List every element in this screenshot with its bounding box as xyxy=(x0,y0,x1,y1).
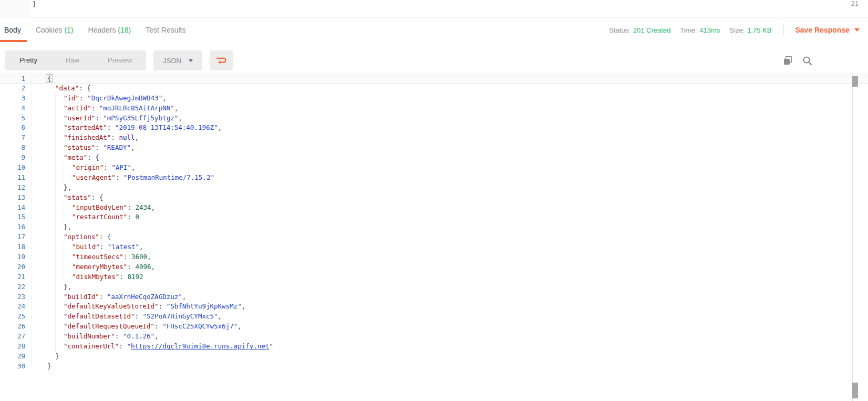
line-number: 20 xyxy=(0,262,25,272)
line-content: "data": { xyxy=(32,84,91,94)
indent-guide xyxy=(55,193,64,203)
wrap-text-button[interactable] xyxy=(210,50,233,70)
chevron-down-icon xyxy=(854,28,860,32)
code-line: 4"actId": "moJRLRc85AitArpNN", xyxy=(0,104,868,114)
indent-guide xyxy=(55,94,64,104)
indent-guide xyxy=(55,322,64,332)
page-scrollbar-thumb[interactable] xyxy=(852,383,858,398)
indent-guide xyxy=(55,232,64,242)
tab-cookies[interactable]: Cookies (1) xyxy=(36,26,74,34)
tab-body[interactable]: Body xyxy=(4,26,21,34)
indent-guide xyxy=(55,123,64,133)
token-str: "latest" xyxy=(108,243,139,251)
language-dropdown[interactable]: JSON xyxy=(153,50,202,70)
tab-test-results[interactable]: Test Results xyxy=(146,26,185,34)
line-content: "timeoutSecs": 3600, xyxy=(32,252,151,262)
code-line: 27"buildNumber": "0.1.26", xyxy=(0,332,868,342)
indent-guide xyxy=(47,252,55,262)
request-body-editor[interactable]: 21 } xyxy=(0,0,868,17)
code-line: 8"status": "READY", xyxy=(0,143,868,153)
indent-guide xyxy=(64,262,72,272)
line-content: "defaultDatasetId": "S2PoA7HinGyCYMxc5", xyxy=(32,312,222,322)
token-punc: : { xyxy=(87,153,99,161)
token-punc: : xyxy=(91,104,99,112)
save-response-button[interactable]: Save Response xyxy=(795,26,860,34)
line-content: "diskMbytes": 8192 xyxy=(32,272,143,282)
token-str: "PostmanRuntime/7.15.2" xyxy=(123,173,214,181)
search-icon xyxy=(802,56,812,66)
token-punc: , xyxy=(139,243,143,251)
line-number: 5 xyxy=(0,114,25,124)
line-number: 4 xyxy=(0,104,25,114)
token-punc: , xyxy=(154,332,159,340)
response-url-link[interactable]: https://dqclr9uimi8e.runs.apify.net xyxy=(131,342,269,350)
line-content: }, xyxy=(32,282,71,292)
indent-guide xyxy=(64,163,72,173)
line-content: "buildId": "aaXrnHeCqoZAGDzuz", xyxy=(32,292,186,302)
active-tab-underline xyxy=(0,40,27,42)
token-key: "diskMbytes" xyxy=(72,273,119,281)
indent-guide xyxy=(64,173,72,183)
status-label: Status: xyxy=(609,26,630,34)
line-content: "build": "latest", xyxy=(32,242,143,252)
token-punc: , xyxy=(151,203,156,211)
response-body-viewer[interactable]: 1{2"data": {3"id": "DqcrDkAwegJmBWB43",4… xyxy=(0,74,868,401)
view-pretty-button[interactable]: Pretty xyxy=(5,50,51,70)
response-toolbar: Pretty Raw Preview JSON xyxy=(0,50,868,70)
indent-guide xyxy=(55,163,64,173)
token-punc: : xyxy=(159,302,167,310)
token-punc: , xyxy=(151,263,156,271)
token-punc: : xyxy=(116,173,123,181)
line-content: "restartCount": 0 xyxy=(32,212,139,222)
request-editor-gutter xyxy=(0,0,30,17)
indent-guide xyxy=(47,104,55,114)
code-line: 3"id": "DqcrDkAwegJmBWB43", xyxy=(0,94,868,104)
indent-guide xyxy=(64,212,72,222)
line-content: "id": "DqcrDkAwegJmBWB43", xyxy=(32,94,167,104)
indent-guide xyxy=(55,183,64,193)
request-editor-code[interactable]: } xyxy=(33,1,36,8)
chevron-down-icon xyxy=(189,59,193,62)
code-line: 21"diskMbytes": 8192 xyxy=(0,272,868,282)
editor-scrollbar-thumb[interactable] xyxy=(852,76,858,87)
indent-guide xyxy=(47,173,55,183)
view-raw-button[interactable]: Raw xyxy=(51,50,94,70)
time-label: Time: xyxy=(680,26,697,34)
token-str: "mPSyG35Lffj5ybtgz" xyxy=(103,114,178,122)
indent-guide xyxy=(55,332,64,342)
token-key: "buildId" xyxy=(64,293,99,301)
token-punc: , xyxy=(147,253,151,261)
line-number: 19 xyxy=(0,252,25,262)
code-line: 13"stats": { xyxy=(0,193,868,203)
token-punc: : xyxy=(104,163,111,171)
indent-guide xyxy=(47,312,55,322)
token-punc: : xyxy=(154,322,162,330)
indent-guide xyxy=(47,352,55,362)
token-punc: : xyxy=(127,263,135,271)
indent-guide xyxy=(47,332,55,342)
token-str: "0.1.26" xyxy=(123,332,154,340)
token-punc: : xyxy=(111,133,119,141)
indent-guide xyxy=(64,272,72,282)
language-dropdown-label: JSON xyxy=(163,57,181,65)
token-punc: } xyxy=(55,352,59,360)
view-preview-button[interactable]: Preview xyxy=(94,50,146,70)
code-line: 1{ xyxy=(0,74,868,84)
indent-guide xyxy=(55,282,64,292)
tab-body-label: Body xyxy=(4,26,21,34)
indent-guide xyxy=(47,114,55,124)
token-key: "options" xyxy=(64,233,99,241)
indent-guide xyxy=(47,302,55,312)
indent-guide xyxy=(64,203,72,213)
tab-headers[interactable]: Headers (18) xyxy=(88,26,131,34)
token-punc: } xyxy=(47,362,51,370)
token-key: "finishedAt" xyxy=(64,133,111,141)
time-value: 413ms xyxy=(699,26,720,34)
toolbar-right-icons xyxy=(783,50,812,70)
line-content: "defaultRequestQueueId": "FHscC25XQCYw5x… xyxy=(32,322,242,332)
search-button[interactable] xyxy=(802,56,812,66)
token-key: "userId" xyxy=(64,114,95,122)
code-line: 16}, xyxy=(0,222,868,232)
token-punc: }, xyxy=(64,283,71,291)
copy-button[interactable] xyxy=(783,56,793,66)
